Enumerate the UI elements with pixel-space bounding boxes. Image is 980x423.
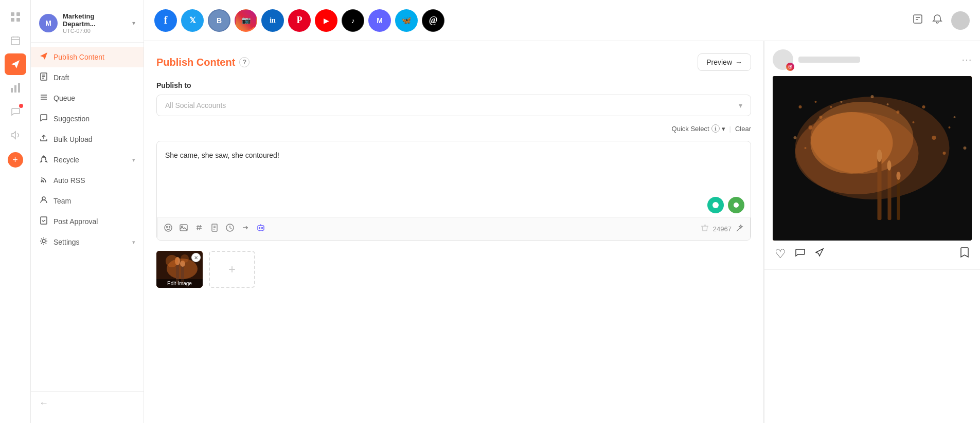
svg-point-59 <box>964 146 967 150</box>
delete-icon[interactable] <box>701 224 709 234</box>
sidebar-item-publish-content[interactable]: Publish Content <box>31 47 144 67</box>
svg-rect-7 <box>18 83 20 93</box>
preview-button-label: Preview <box>706 58 732 66</box>
preview-image <box>773 76 972 241</box>
social-bar: f 𝕏 B 📷 in P ▶ <box>144 0 980 41</box>
image-toolbar-icon[interactable] <box>179 223 188 235</box>
post-approval-icon <box>39 216 48 227</box>
sidebar-item-settings[interactable]: Settings ▾ <box>31 232 144 252</box>
preview-post-header: ⋯ <box>773 49 972 70</box>
publish-title-text: Publish Content <box>156 57 235 68</box>
icon-messages[interactable] <box>5 101 26 122</box>
edit-image-label[interactable]: Edit Image <box>156 279 203 288</box>
svg-point-46 <box>913 121 915 123</box>
recycle-icon <box>39 155 48 165</box>
icon-sound[interactable] <box>5 124 26 146</box>
icon-calendar[interactable] <box>5 30 26 51</box>
notifications-button[interactable] <box>932 13 943 27</box>
social-icon-twitter[interactable]: 𝕏 <box>181 9 204 32</box>
svg-rect-11 <box>41 217 47 224</box>
publish-content-icon <box>39 52 48 62</box>
bookmark-icon[interactable] <box>959 247 970 261</box>
sidebar-item-post-approval[interactable]: Post Approval <box>31 211 144 232</box>
svg-rect-13 <box>914 15 922 23</box>
preview-avatar-wrap <box>773 49 793 70</box>
preview-actions: ♡ <box>773 241 972 261</box>
add-button[interactable]: + <box>8 152 23 168</box>
preview-more-icon[interactable]: ⋯ <box>961 53 972 66</box>
sidebar-item-draft[interactable]: Draft <box>31 67 144 88</box>
magic-wand-icon[interactable] <box>736 224 744 234</box>
team-icon <box>39 196 48 206</box>
toolbar-row: 24967 <box>157 217 751 240</box>
emoji-toolbar-icon[interactable] <box>164 223 173 235</box>
clear-button[interactable]: Clear <box>735 125 751 133</box>
social-icon-pinterest[interactable]: P <box>288 9 311 32</box>
social-icon-threads[interactable]: @ <box>422 9 444 32</box>
social-icon-tiktok[interactable]: ♪ <box>342 9 364 32</box>
accounts-dropdown[interactable]: All Social Accounts ▾ <box>156 95 751 116</box>
icon-analytics[interactable] <box>5 77 26 99</box>
social-icon-mastodon[interactable]: M <box>368 9 391 32</box>
sidebar-item-bulk-upload[interactable]: Bulk Upload <box>31 129 144 150</box>
collapse-sidebar-btn[interactable]: ← <box>31 391 144 415</box>
schedule-toolbar-icon[interactable] <box>225 223 235 235</box>
svg-rect-2 <box>11 18 14 22</box>
add-media-button[interactable]: + <box>209 251 255 288</box>
quick-select-info-icon: ℹ <box>711 124 720 133</box>
org-switcher[interactable]: M Marketing Departm... UTC-07:00 ▾ <box>31 8 144 43</box>
sidebar-item-recycle[interactable]: Recycle ▾ <box>31 150 144 170</box>
media-thumbnail[interactable]: ✕ Edit Image <box>156 251 203 288</box>
svg-point-34 <box>181 254 189 263</box>
top-right-actions <box>912 11 970 30</box>
like-icon[interactable]: ♡ <box>775 247 786 261</box>
svg-point-42 <box>819 116 823 119</box>
svg-point-26 <box>262 228 263 229</box>
svg-point-53 <box>815 101 817 103</box>
svg-point-36 <box>790 66 791 68</box>
hashtag-toolbar-icon[interactable] <box>194 223 204 235</box>
user-avatar[interactable] <box>951 11 970 30</box>
social-network-list: f 𝕏 B 📷 in P ▶ <box>154 9 912 32</box>
svg-point-25 <box>259 228 260 229</box>
org-info: Marketing Departm... UTC-07:00 <box>63 12 127 34</box>
accounts-placeholder: All Social Accounts <box>165 101 226 109</box>
icon-publish[interactable] <box>5 53 26 75</box>
share-icon[interactable] <box>814 247 825 261</box>
post-text-area[interactable]: She came, she saw, she contoured! <box>157 141 751 193</box>
sidebar-item-team[interactable]: Team <box>31 191 144 211</box>
preview-button[interactable]: Preview → <box>698 53 751 71</box>
svg-rect-64 <box>897 179 900 220</box>
media-row: ✕ Edit Image + <box>156 249 751 290</box>
svg-point-17 <box>165 224 172 231</box>
sidebar-item-label: Bulk Upload <box>54 135 93 143</box>
char-count: 24967 <box>701 224 744 234</box>
sidebar-item-suggestion[interactable]: Suggestion <box>31 108 144 129</box>
social-icon-youtube[interactable]: ▶ <box>315 9 337 32</box>
svg-rect-0 <box>11 12 14 16</box>
comment-icon[interactable] <box>794 247 806 261</box>
social-icon-linkedin[interactable]: in <box>261 9 284 32</box>
social-icon-bluesky[interactable]: B <box>208 9 230 32</box>
quick-select-chevron-icon: ▾ <box>722 125 725 133</box>
compose-button[interactable] <box>912 13 923 27</box>
svg-rect-6 <box>14 85 16 93</box>
social-icon-facebook[interactable]: f <box>154 9 177 32</box>
svg-point-57 <box>794 136 797 139</box>
sidebar-item-queue[interactable]: Queue <box>31 88 144 108</box>
grammarly-icon[interactable] <box>707 197 724 213</box>
ai-assist-icon[interactable]: G <box>728 197 744 213</box>
social-icon-bluebird[interactable]: 🦋 <box>395 9 418 32</box>
sidebar-item-auto-rss[interactable]: Auto RSS <box>31 170 144 191</box>
help-icon[interactable]: ? <box>239 57 250 67</box>
ai-robot-toolbar-icon[interactable] <box>256 223 265 235</box>
svg-point-18 <box>167 227 168 228</box>
icon-grid[interactable] <box>5 6 26 28</box>
media-remove-button[interactable]: ✕ <box>191 253 201 262</box>
sidebar-item-label: Team <box>54 197 71 205</box>
social-icon-instagram[interactable]: 📷 <box>235 9 257 32</box>
sidebar-item-label: Suggestion <box>54 115 90 123</box>
arrows-toolbar-icon[interactable] <box>241 223 250 235</box>
quick-select-button[interactable]: Quick Select ℹ ▾ <box>672 124 725 133</box>
document-toolbar-icon[interactable] <box>210 223 219 235</box>
